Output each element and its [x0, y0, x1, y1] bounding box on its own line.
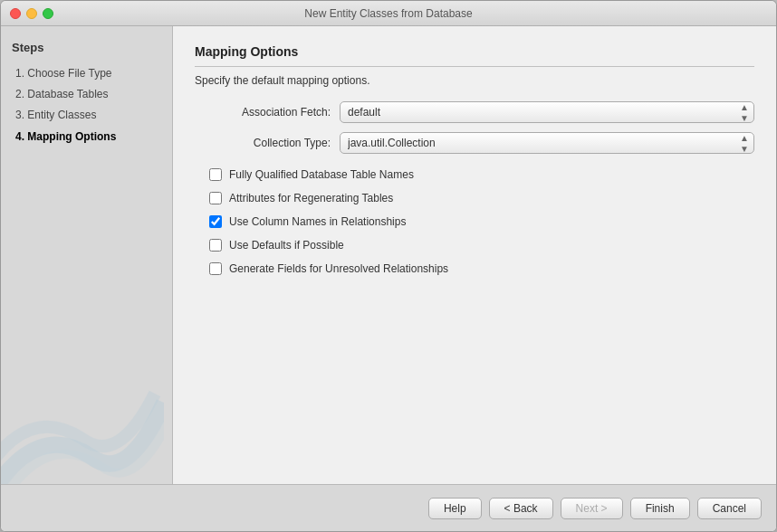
main-content: Steps 1. Choose File Type 2. Database Ta…	[1, 26, 776, 484]
checkbox-use-column-names[interactable]	[209, 215, 222, 228]
checkbox-use-defaults-label: Use Defaults if Possible	[229, 239, 344, 252]
step-1-label: Choose File Type	[27, 67, 111, 80]
collection-type-row: Collection Type: java.util.Collection ▲▼	[195, 132, 754, 154]
checkbox-row-1: Attributes for Regenerating Tables	[195, 192, 754, 204]
step-4-label: Mapping Options	[27, 130, 116, 143]
step-1-number: 1.	[15, 67, 24, 80]
association-fetch-label: Association Fetch:	[195, 106, 340, 119]
checkbox-attributes-regenerating-label: Attributes for Regenerating Tables	[229, 192, 393, 204]
titlebar: New Entity Classes from Database	[1, 1, 776, 26]
association-fetch-select[interactable]: default	[340, 101, 754, 123]
checkbox-fully-qualified-label: Fully Qualified Database Table Names	[229, 168, 414, 181]
step-3-label: Entity Classes	[27, 109, 96, 121]
footer: Help < Back Next > Finish Cancel	[1, 484, 776, 531]
association-fetch-select-wrapper: default ▲▼	[340, 101, 754, 123]
panel-title: Mapping Options	[195, 44, 754, 67]
watermark-svg	[1, 385, 164, 484]
cancel-button[interactable]: Cancel	[697, 498, 762, 519]
checkbox-row-4: Generate Fields for Unresolved Relations…	[195, 262, 754, 275]
sidebar-step-2: 2. Database Tables	[12, 84, 161, 105]
sidebar: Steps 1. Choose File Type 2. Database Ta…	[1, 26, 173, 484]
step-4-number: 4.	[15, 130, 24, 143]
checkbox-row-2: Use Column Names in Relationships	[195, 215, 754, 228]
collection-type-select[interactable]: java.util.Collection	[340, 132, 754, 154]
step-2-label: Database Tables	[27, 88, 108, 100]
panel-description: Specify the default mapping options.	[195, 74, 754, 87]
window-title: New Entity Classes from Database	[304, 7, 472, 20]
back-button[interactable]: < Back	[489, 498, 553, 519]
checkbox-use-column-names-label: Use Column Names in Relationships	[229, 215, 406, 228]
step-2-number: 2.	[15, 88, 24, 100]
checkbox-row-0: Fully Qualified Database Table Names	[195, 168, 754, 181]
association-fetch-row: Association Fetch: default ▲▼	[195, 101, 754, 123]
association-fetch-control: default ▲▼	[340, 101, 754, 123]
sidebar-step-4: 4. Mapping Options	[12, 127, 161, 147]
steps-heading: Steps	[12, 41, 161, 54]
maximize-button[interactable]	[43, 8, 53, 19]
checkbox-use-defaults[interactable]	[209, 239, 222, 252]
next-button[interactable]: Next >	[561, 498, 623, 519]
window: New Entity Classes from Database Steps 1…	[0, 0, 777, 532]
sidebar-step-1: 1. Choose File Type	[12, 63, 161, 84]
checkbox-generate-fields[interactable]	[209, 262, 222, 275]
collection-type-label: Collection Type:	[195, 137, 340, 149]
minimize-button[interactable]	[26, 8, 37, 19]
checkbox-row-3: Use Defaults if Possible	[195, 239, 754, 252]
sidebar-step-3: 3. Entity Classes	[12, 105, 161, 126]
checkbox-fully-qualified[interactable]	[209, 168, 222, 181]
finish-button[interactable]: Finish	[630, 498, 690, 519]
collection-type-control: java.util.Collection ▲▼	[340, 132, 754, 154]
traffic-lights	[10, 8, 53, 19]
content-panel: Mapping Options Specify the default mapp…	[173, 26, 776, 484]
checkbox-generate-fields-label: Generate Fields for Unresolved Relations…	[229, 262, 448, 275]
close-button[interactable]	[10, 8, 21, 19]
step-3-number: 3.	[15, 109, 24, 121]
checkbox-attributes-regenerating[interactable]	[209, 192, 222, 204]
sidebar-watermark	[1, 375, 173, 484]
collection-type-select-wrapper: java.util.Collection ▲▼	[340, 132, 754, 154]
help-button[interactable]: Help	[428, 498, 482, 519]
